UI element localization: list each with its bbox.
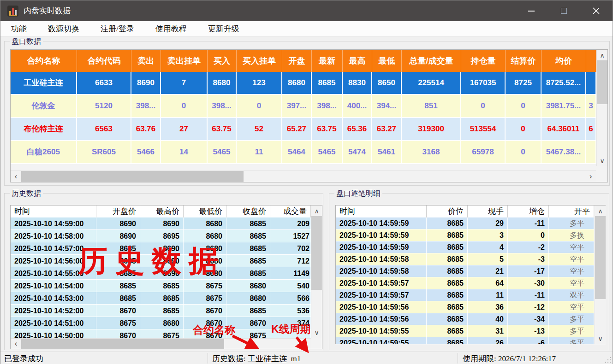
menu-item-tutorial[interactable]: 使用教程 xyxy=(155,23,187,34)
quote-col-header[interactable]: 总量/成交量 xyxy=(402,50,461,72)
quote-cell: 397... xyxy=(282,95,312,117)
scrollbar-thumb[interactable] xyxy=(21,171,244,182)
quote-cell: 394... xyxy=(372,95,402,117)
history-cell: 8680 xyxy=(184,267,226,279)
menu-item-data-source[interactable]: 数源切换 xyxy=(48,23,79,34)
scroll-down-button[interactable]: ∨ xyxy=(595,333,606,344)
quote-col-header[interactable]: 持仓量 xyxy=(461,50,506,72)
scroll-left-button[interactable]: ‹ xyxy=(11,171,21,182)
history-col-header[interactable]: 时间 xyxy=(11,205,96,217)
quote-col-header[interactable]: 最低 xyxy=(372,50,402,72)
tick-cell: 8685 xyxy=(427,229,468,241)
tick-row[interactable]: 2025-10-10 14:59:59868530多换 xyxy=(336,229,594,241)
menu-item-update[interactable]: 更新升级 xyxy=(208,23,239,34)
history-col-header[interactable]: 最高价 xyxy=(140,205,184,217)
quote-cell: 8685 xyxy=(312,72,343,94)
resize-grip-icon[interactable] xyxy=(605,357,612,364)
history-row[interactable]: 2025-10-10 14:55:0086858690868086851149 xyxy=(11,267,311,280)
scrollbar-thumb[interactable] xyxy=(21,339,224,349)
scrollbar-track[interactable] xyxy=(597,104,607,155)
quote-col-header[interactable] xyxy=(586,50,596,72)
quote-col-header[interactable]: 开盘 xyxy=(282,50,312,72)
history-col-header[interactable]: 成交量 xyxy=(270,205,311,217)
scrollbar-track[interactable] xyxy=(311,290,322,327)
scroll-left-button[interactable]: ‹ xyxy=(11,339,21,349)
scroll-right-button[interactable]: › xyxy=(300,339,311,349)
quote-col-header[interactable]: 合约名称 xyxy=(11,50,77,72)
quote-row[interactable]: 工业硅主连66338690786801238680868588308650225… xyxy=(11,72,596,95)
tick-cell: -34 xyxy=(508,313,549,325)
quote-col-header[interactable]: 结算价 xyxy=(506,50,542,72)
scrollbar-thumb[interactable] xyxy=(595,216,606,299)
history-cell: 8685 xyxy=(140,280,184,292)
tick-row[interactable]: 2025-10-10 14:59:55868531-13多平 xyxy=(336,325,594,337)
tick-row[interactable]: 2025-10-10 14:59:5986854-2空平 xyxy=(336,241,594,253)
scroll-down-button[interactable]: ∨ xyxy=(311,327,322,338)
tick-row[interactable]: 2025-10-10 14:59:57868511-11双平 xyxy=(336,289,594,301)
tick-col-header[interactable]: 时间 xyxy=(336,205,427,217)
minimize-button[interactable] xyxy=(518,0,545,21)
tick-row[interactable]: 2025-10-10 14:59:58868521-17空平 xyxy=(336,265,594,277)
quote-col-header[interactable]: 合约代码 xyxy=(77,50,131,72)
quote-cell: 167035 xyxy=(461,72,506,94)
menu-item-register-login[interactable]: 注册/登录 xyxy=(101,23,134,34)
tick-panel-title: 盘口逐笔明细 xyxy=(334,189,382,199)
tick-col-header[interactable]: 价位 xyxy=(427,205,468,217)
history-row[interactable]: 2025-10-10 14:51:008675868086708670374 xyxy=(11,317,311,329)
quote-cell: 400... xyxy=(343,95,372,117)
tick-row[interactable]: 2025-10-10 14:59:56868540-34多平 xyxy=(336,313,594,325)
scrollbar-track[interactable] xyxy=(224,339,300,349)
history-row[interactable]: 2025-10-10 14:57:008685869086808685702 xyxy=(11,242,311,255)
tick-cell: 2025-10-10 14:59:59 xyxy=(336,241,427,253)
quote-col-header[interactable]: 买入 xyxy=(208,50,237,72)
history-row[interactable]: 2025-10-10 14:58:0086908695868086851527 xyxy=(11,230,311,242)
history-row[interactable]: 2025-10-10 14:52:008670868586708685536 xyxy=(11,305,311,317)
scroll-up-button[interactable]: ∧ xyxy=(311,205,322,216)
quote-vertical-scrollbar[interactable]: ∧∨ xyxy=(596,50,607,166)
history-row[interactable]: 2025-10-10 14:50:008670867586708675 xyxy=(11,329,311,338)
quote-col-header[interactable]: 最新 xyxy=(312,50,343,72)
history-row[interactable]: 2025-10-10 14:56:008685869086808685712 xyxy=(11,255,311,267)
quote-col-header[interactable]: 最高 xyxy=(343,50,372,72)
history-row[interactable]: 2025-10-10 14:54:008685868586758680540 xyxy=(11,280,311,292)
scroll-up-button[interactable]: ∧ xyxy=(595,205,606,216)
scrollbar-track[interactable] xyxy=(595,299,606,333)
history-col-header[interactable]: 开盘价 xyxy=(96,205,140,217)
scroll-right-button[interactable]: › xyxy=(585,171,596,182)
quote-col-header[interactable]: 均价 xyxy=(542,50,586,72)
history-vertical-scrollbar[interactable]: ∧∨ xyxy=(311,205,322,338)
menu-item-function[interactable]: 功能 xyxy=(11,23,27,34)
quote-col-header[interactable]: 卖出 xyxy=(131,50,161,72)
tick-cell: 多平 xyxy=(549,217,594,229)
quote-row[interactable]: 伦敦金5120398...0398...0397...398...400...3… xyxy=(11,95,596,118)
tick-row[interactable]: 2025-10-10 14:59:57868564-30空平 xyxy=(336,277,594,289)
quote-row[interactable]: 白糖2605SR60554661454651154645465547454613… xyxy=(11,141,596,164)
tick-vertical-scrollbar[interactable]: ∧∨ xyxy=(595,205,606,344)
tick-row[interactable]: 2025-10-10 14:59:56868536-12空平 xyxy=(336,301,594,313)
history-horizontal-scrollbar[interactable]: ‹› xyxy=(11,338,311,349)
quote-panel-title: 盘口数据 xyxy=(10,37,43,47)
history-col-header[interactable]: 最低价 xyxy=(184,205,226,217)
scroll-down-button[interactable]: ∨ xyxy=(597,155,607,166)
history-row[interactable]: 2025-10-10 14:53:008685868586758680566 xyxy=(11,292,311,305)
tick-col-header[interactable]: 增仓 xyxy=(508,205,549,217)
scrollbar-track[interactable] xyxy=(244,171,585,182)
maximize-button[interactable] xyxy=(550,0,577,21)
scrollbar-thumb[interactable] xyxy=(597,60,607,104)
tick-col-header[interactable]: 现手 xyxy=(468,205,508,217)
quote-row[interactable]: 布伦特主连656363.762763.755265.2763.7565.3663… xyxy=(11,118,596,141)
scrollbar-thumb[interactable] xyxy=(311,216,322,290)
history-col-header[interactable]: 收盘价 xyxy=(226,205,270,217)
tick-row[interactable]: 2025-10-10 14:59:59868529-11多平 xyxy=(336,217,594,229)
close-button[interactable] xyxy=(583,0,609,21)
tick-cell: 空平 xyxy=(549,265,594,277)
tick-row[interactable]: 2025-10-10 14:59:5886855-3空平 xyxy=(336,253,594,265)
quote-horizontal-scrollbar[interactable]: ‹› xyxy=(11,170,596,182)
tick-row[interactable]: 2025-10-10 14:59:55868526-6多平 xyxy=(336,337,594,344)
quote-col-header[interactable]: 买入挂单 xyxy=(237,50,282,72)
tick-col-header[interactable]: 开平 xyxy=(549,205,594,217)
history-cell: 8680 xyxy=(140,317,184,329)
scroll-up-button[interactable]: ∧ xyxy=(597,50,607,60)
history-row[interactable]: 2025-10-10 14:59:008690869086808685209 xyxy=(11,217,311,230)
quote-col-header[interactable]: 卖出挂单 xyxy=(161,50,208,72)
